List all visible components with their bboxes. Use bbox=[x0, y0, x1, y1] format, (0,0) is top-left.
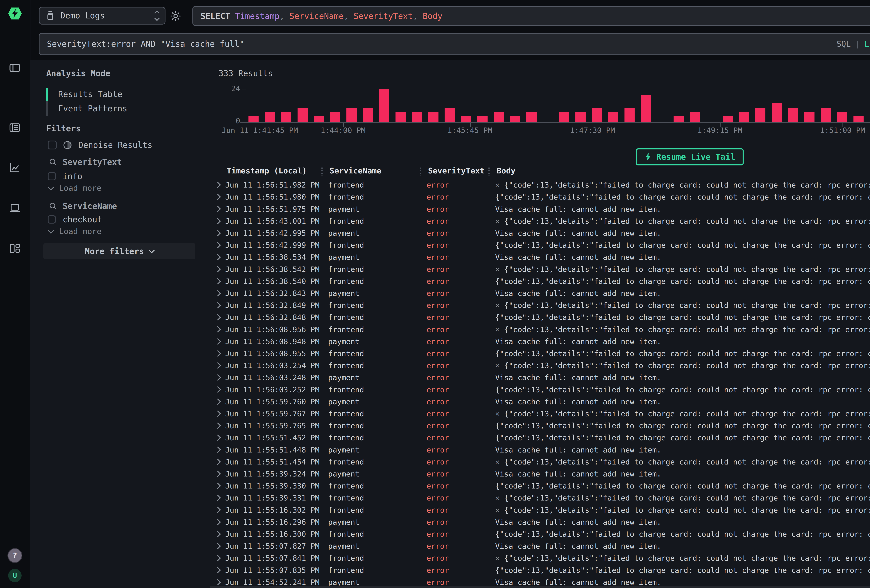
log-row[interactable]: Jun 11 1:56:43.001 PMfrontenderror× {"co… bbox=[210, 215, 870, 227]
log-row[interactable]: Jun 11 1:56:51.982 PMfrontenderror× {"co… bbox=[210, 179, 870, 191]
row-expand-chevron-icon[interactable] bbox=[210, 231, 225, 235]
tab-results-table[interactable]: Results Table bbox=[58, 89, 122, 99]
log-row[interactable]: Jun 11 1:56:51.975 PMpaymenterrorVisa ca… bbox=[210, 203, 870, 215]
histogram-bar[interactable] bbox=[281, 112, 291, 122]
histogram-bar[interactable] bbox=[428, 112, 438, 122]
histogram-bar[interactable] bbox=[755, 108, 766, 122]
row-expand-chevron-icon[interactable] bbox=[210, 291, 225, 296]
row-expand-chevron-icon[interactable] bbox=[210, 351, 225, 356]
histogram-bar[interactable] bbox=[837, 112, 847, 122]
row-expand-chevron-icon[interactable] bbox=[210, 447, 225, 452]
row-expand-chevron-icon[interactable] bbox=[210, 207, 225, 211]
histogram-bar[interactable] bbox=[412, 112, 422, 122]
log-row[interactable]: Jun 11 1:56:42.999 PMfrontenderror{"code… bbox=[210, 239, 870, 251]
row-expand-chevron-icon[interactable] bbox=[210, 183, 225, 187]
log-row[interactable]: Jun 11 1:56:51.980 PMfrontenderror{"code… bbox=[210, 191, 870, 203]
metrics-nav-icon[interactable] bbox=[8, 161, 22, 174]
mode-sql-toggle[interactable]: SQL bbox=[837, 39, 851, 49]
resume-live-tail-button[interactable]: Resume Live Tail bbox=[636, 148, 744, 165]
histogram-bar[interactable] bbox=[854, 116, 864, 122]
row-expand-chevron-icon[interactable] bbox=[210, 339, 225, 344]
row-expand-chevron-icon[interactable] bbox=[210, 496, 225, 500]
log-row[interactable]: Jun 11 1:56:03.254 PMfrontenderror× {"co… bbox=[210, 360, 870, 372]
row-expand-chevron-icon[interactable] bbox=[210, 315, 225, 320]
row-expand-chevron-icon[interactable] bbox=[210, 544, 225, 548]
histogram-bar[interactable] bbox=[395, 112, 405, 122]
histogram-bar[interactable] bbox=[821, 108, 831, 122]
filter-option-checkout[interactable]: checkout bbox=[48, 215, 102, 224]
mode-lucene-toggle[interactable]: Lucene bbox=[864, 39, 870, 49]
histogram-bar[interactable] bbox=[265, 112, 275, 122]
histogram-bar[interactable] bbox=[690, 112, 700, 122]
search-icon[interactable] bbox=[49, 158, 57, 167]
row-expand-chevron-icon[interactable] bbox=[210, 243, 225, 247]
log-row[interactable]: Jun 11 1:55:16.296 PMpaymenterrorVisa ca… bbox=[210, 516, 870, 528]
log-row[interactable]: Jun 11 1:56:08.955 PMfrontenderror{"code… bbox=[210, 347, 870, 359]
histogram-bar[interactable] bbox=[804, 112, 815, 122]
denoise-results-row[interactable]: Denoise Results bbox=[48, 140, 152, 150]
log-row[interactable]: Jun 11 1:55:59.767 PMfrontenderror× {"co… bbox=[210, 408, 870, 420]
log-row[interactable]: Jun 11 1:55:39.324 PMpaymenterrorVisa ca… bbox=[210, 468, 870, 480]
log-row[interactable]: Jun 11 1:55:51.452 PMfrontenderror{"code… bbox=[210, 432, 870, 444]
tab-event-patterns[interactable]: Event Patterns bbox=[58, 104, 127, 113]
dashboards-nav-icon[interactable] bbox=[8, 242, 22, 255]
log-row[interactable]: Jun 11 1:55:59.765 PMfrontenderror{"code… bbox=[210, 420, 870, 432]
histogram-bar[interactable] bbox=[314, 116, 324, 122]
log-row[interactable]: Jun 11 1:56:42.995 PMpaymenterrorVisa ca… bbox=[210, 227, 870, 239]
histogram-bar[interactable] bbox=[346, 108, 356, 122]
histogram-bar[interactable] bbox=[249, 116, 259, 122]
log-row[interactable]: Jun 11 1:55:39.330 PMfrontenderror{"code… bbox=[210, 480, 870, 492]
row-expand-chevron-icon[interactable] bbox=[210, 411, 225, 416]
histogram-bar[interactable] bbox=[379, 89, 389, 121]
row-expand-chevron-icon[interactable] bbox=[210, 508, 225, 512]
row-expand-chevron-icon[interactable] bbox=[210, 363, 225, 368]
histogram-bar[interactable] bbox=[723, 116, 733, 122]
filter-option-info[interactable]: info bbox=[48, 171, 82, 181]
log-row[interactable]: Jun 11 1:56:38.534 PMpaymenterrorVisa ca… bbox=[210, 251, 870, 263]
logs-nav-icon[interactable] bbox=[8, 121, 22, 134]
row-expand-chevron-icon[interactable] bbox=[210, 580, 225, 585]
row-expand-chevron-icon[interactable] bbox=[210, 327, 225, 332]
row-expand-chevron-icon[interactable] bbox=[210, 435, 225, 440]
search-icon[interactable] bbox=[49, 202, 57, 210]
log-row[interactable]: Jun 11 1:56:03.252 PMfrontenderror{"code… bbox=[210, 384, 870, 396]
log-row[interactable]: Jun 11 1:55:07.827 PMpaymenterrorVisa ca… bbox=[210, 540, 870, 552]
checkout-checkbox[interactable] bbox=[48, 215, 56, 223]
histogram-bar[interactable] bbox=[673, 116, 684, 122]
row-expand-chevron-icon[interactable] bbox=[210, 423, 225, 428]
load-more-servicename[interactable]: Load more bbox=[49, 227, 101, 236]
histogram-bar[interactable] bbox=[575, 112, 585, 122]
log-row[interactable]: Jun 11 1:55:59.760 PMpaymenterrorVisa ca… bbox=[210, 396, 870, 408]
log-row[interactable]: Jun 11 1:55:07.835 PMfrontenderror{"code… bbox=[210, 564, 870, 576]
log-row[interactable]: Jun 11 1:55:39.331 PMfrontenderror× {"co… bbox=[210, 492, 870, 504]
log-row[interactable]: Jun 11 1:55:16.302 PMfrontenderror× {"co… bbox=[210, 504, 870, 516]
row-expand-chevron-icon[interactable] bbox=[210, 387, 225, 392]
row-expand-chevron-icon[interactable] bbox=[210, 267, 225, 271]
row-expand-chevron-icon[interactable] bbox=[210, 375, 225, 380]
log-source-select[interactable]: Demo Logs bbox=[39, 7, 165, 25]
histogram-bar[interactable] bbox=[494, 112, 504, 122]
row-expand-chevron-icon[interactable] bbox=[210, 279, 225, 284]
log-row[interactable]: Jun 11 1:55:07.841 PMfrontenderror× {"co… bbox=[210, 552, 870, 564]
log-row[interactable]: Jun 11 1:56:38.540 PMfrontenderror{"code… bbox=[210, 275, 870, 287]
hosts-nav-icon[interactable] bbox=[8, 201, 22, 215]
user-avatar[interactable]: U bbox=[8, 569, 22, 582]
row-expand-chevron-icon[interactable] bbox=[210, 520, 225, 524]
log-row[interactable]: Jun 11 1:56:32.843 PMpaymenterrorVisa ca… bbox=[210, 287, 870, 299]
log-row[interactable]: Jun 11 1:56:08.948 PMpaymenterrorVisa ca… bbox=[210, 335, 870, 347]
row-expand-chevron-icon[interactable] bbox=[210, 568, 225, 572]
histogram-bar[interactable] bbox=[772, 103, 782, 121]
histogram-bar[interactable] bbox=[592, 108, 602, 122]
histogram-bar[interactable] bbox=[526, 112, 536, 122]
info-checkbox[interactable] bbox=[48, 172, 56, 180]
histogram-bar[interactable] bbox=[624, 108, 635, 122]
log-row[interactable]: Jun 11 1:56:03.248 PMpaymenterrorVisa ca… bbox=[210, 372, 870, 384]
row-expand-chevron-icon[interactable] bbox=[210, 472, 225, 476]
row-expand-chevron-icon[interactable] bbox=[210, 303, 225, 308]
help-button[interactable]: ? bbox=[7, 548, 22, 563]
row-expand-chevron-icon[interactable] bbox=[210, 484, 225, 488]
col-header-timestamp[interactable]: Timestamp (Local) bbox=[225, 166, 328, 176]
log-row[interactable]: Jun 11 1:56:08.956 PMfrontenderror× {"co… bbox=[210, 323, 870, 335]
histogram-bar[interactable] bbox=[330, 112, 340, 122]
histogram-bar[interactable] bbox=[739, 112, 749, 122]
